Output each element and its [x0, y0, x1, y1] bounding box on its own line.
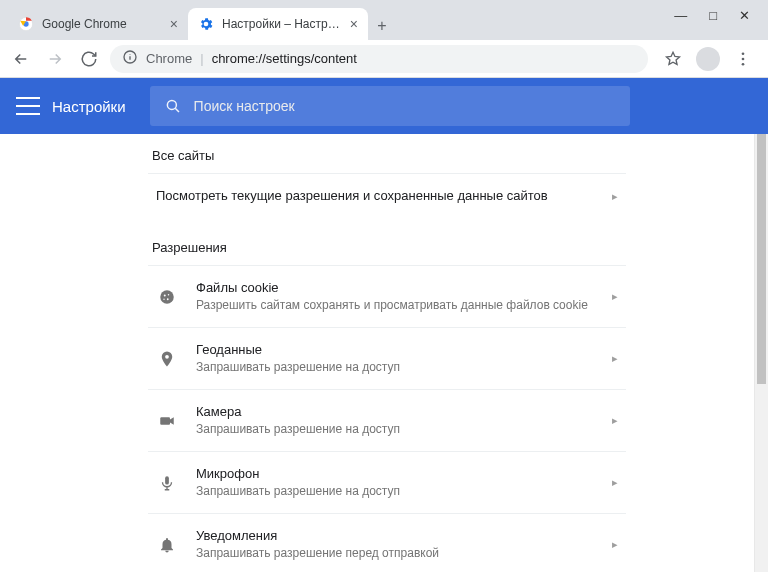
tab-close-icon[interactable]: × [344, 16, 358, 32]
location-icon [156, 350, 178, 368]
settings-favicon-icon [198, 16, 214, 32]
perm-location[interactable]: ГеоданныеЗапрашивать разрешение на досту… [148, 327, 626, 389]
section-permissions: Разрешения [148, 218, 626, 265]
search-icon [164, 97, 182, 115]
tab-settings-active[interactable]: Настройки – Настройки сайта × [188, 8, 368, 40]
tab-title: Настройки – Настройки сайта [222, 17, 344, 31]
perm-camera[interactable]: КамераЗапрашивать разрешение на доступ ▸ [148, 389, 626, 451]
camera-icon [156, 412, 178, 430]
microphone-icon [156, 474, 178, 492]
window-close[interactable]: ✕ [739, 9, 750, 22]
perm-microphone[interactable]: МикрофонЗапрашивать разрешение на доступ… [148, 451, 626, 513]
menu-hamburger-icon[interactable] [16, 97, 40, 115]
nav-forward-button[interactable] [42, 46, 68, 72]
tab-close-icon[interactable]: × [164, 16, 178, 32]
omnibox-path: chrome://settings/content [212, 51, 357, 66]
window-controls: — □ ✕ [674, 0, 768, 30]
page-title: Настройки [52, 98, 126, 115]
chevron-right-icon: ▸ [612, 352, 618, 365]
bell-icon [156, 536, 178, 554]
perm-sub: Запрашивать разрешение перед отправкой [196, 545, 612, 562]
browser-menu-icon[interactable] [730, 46, 756, 72]
settings-header: Настройки Поиск настроек [0, 78, 768, 134]
perm-title: Камера [196, 403, 612, 421]
chevron-right-icon: ▸ [612, 538, 618, 551]
svg-point-3 [742, 52, 745, 55]
chrome-favicon-icon [18, 16, 34, 32]
svg-point-4 [742, 57, 745, 60]
perm-sub: Разрешить сайтам сохранять и просматрива… [196, 297, 612, 314]
nav-reload-button[interactable] [76, 46, 102, 72]
tab-strip: Google Chrome × Настройки – Настройки са… [0, 0, 768, 40]
perm-title: Геоданные [196, 341, 612, 359]
perm-sub: Запрашивать разрешение на доступ [196, 359, 612, 376]
search-placeholder: Поиск настроек [194, 98, 295, 114]
svg-point-6 [167, 100, 176, 109]
svg-rect-12 [160, 417, 170, 425]
browser-toolbar: Chrome | chrome://settings/content [0, 40, 768, 78]
perm-sub: Запрашивать разрешение на доступ [196, 421, 612, 438]
window-minimize[interactable]: — [674, 9, 687, 22]
chevron-right-icon: ▸ [612, 190, 618, 203]
perm-notifications[interactable]: УведомленияЗапрашивать разрешение перед … [148, 513, 626, 572]
perm-title: Файлы cookie [196, 279, 612, 297]
perm-title: Уведомления [196, 527, 612, 545]
chevron-right-icon: ▸ [612, 414, 618, 427]
perm-sub: Запрашивать разрешение на доступ [196, 483, 612, 500]
site-info-icon[interactable] [122, 49, 138, 68]
svg-point-7 [160, 290, 174, 304]
nav-back-button[interactable] [8, 46, 34, 72]
svg-point-11 [163, 298, 164, 299]
cookie-icon [156, 288, 178, 306]
new-tab-button[interactable]: + [368, 12, 396, 40]
svg-point-5 [742, 62, 745, 65]
scrollbar-thumb[interactable] [757, 134, 766, 384]
tab-google-chrome[interactable]: Google Chrome × [8, 8, 188, 40]
bookmark-star-icon[interactable] [660, 46, 686, 72]
section-all-sites: Все сайты [148, 134, 626, 173]
settings-search-input[interactable]: Поиск настроек [150, 86, 630, 126]
tab-title: Google Chrome [42, 17, 164, 31]
perm-title: Микрофон [196, 465, 612, 483]
chevron-right-icon: ▸ [612, 290, 618, 303]
svg-point-9 [168, 294, 170, 296]
omnibox-divider: | [200, 51, 203, 66]
settings-content: Все сайты Посмотреть текущие разрешения … [0, 134, 768, 572]
omnibox-scheme: Chrome [146, 51, 192, 66]
chevron-right-icon: ▸ [612, 476, 618, 489]
profile-avatar[interactable] [696, 47, 720, 71]
svg-point-8 [164, 294, 166, 296]
svg-point-10 [167, 298, 169, 300]
window-maximize[interactable]: □ [709, 9, 717, 22]
svg-rect-13 [165, 476, 169, 484]
perm-cookies[interactable]: Файлы cookieРазрешить сайтам сохранять и… [148, 265, 626, 327]
scrollbar[interactable] [754, 134, 768, 572]
row-title: Посмотреть текущие разрешения и сохранен… [156, 187, 612, 205]
address-bar[interactable]: Chrome | chrome://settings/content [110, 45, 648, 73]
row-view-site-data[interactable]: Посмотреть текущие разрешения и сохранен… [148, 173, 626, 218]
